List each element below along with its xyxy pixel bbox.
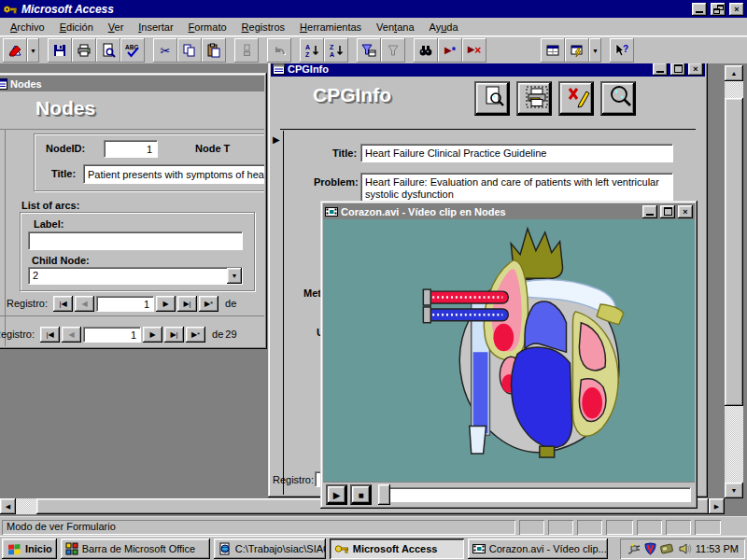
nav-next-button[interactable]: ▶ <box>156 296 176 312</box>
subform-record-number-field[interactable]: 1 <box>96 296 154 312</box>
restore-button[interactable] <box>711 3 726 16</box>
status-panel <box>519 520 544 535</box>
new-object-dropdown[interactable]: ▼ <box>589 38 601 63</box>
database-window-button[interactable] <box>541 38 565 63</box>
scrollbar-track[interactable] <box>725 81 743 98</box>
cpginfo-close-button[interactable]: × <box>688 63 703 76</box>
nav-prev-button[interactable]: ◀ <box>62 327 81 343</box>
nav-last-button[interactable]: ▶| <box>164 327 184 343</box>
taskbar-item-access[interactable]: Microsoft Access <box>330 539 464 559</box>
mdi-vertical-scrollbar[interactable]: ▲ ▼ <box>725 65 743 498</box>
sort-ascending-button[interactable]: AZ <box>300 38 324 63</box>
status-panel <box>548 520 573 535</box>
print-form-button[interactable] <box>516 81 552 116</box>
new-object-button[interactable] <box>565 38 589 63</box>
title-field[interactable]: Heart Failure Clinical Practice Guidelin… <box>360 144 673 162</box>
child-node-combobox[interactable]: 2 <box>28 267 243 285</box>
new-record-button[interactable]: ▶* <box>438 38 462 63</box>
format-painter-button[interactable] <box>234 38 259 63</box>
nodes-header-label: Nodes <box>35 97 95 119</box>
print-preview-form-button[interactable] <box>474 81 510 116</box>
nav-next-button[interactable]: ▶ <box>143 327 162 343</box>
cut-button[interactable]: ✂ <box>153 38 177 63</box>
menu-formato[interactable]: Formato <box>181 19 234 35</box>
apply-filter-button[interactable] <box>381 38 405 63</box>
cpginfo-minimize-button[interactable] <box>653 63 668 76</box>
help-button[interactable]: ? <box>610 38 634 63</box>
delete-form-button[interactable] <box>558 81 594 116</box>
power-plug-icon[interactable] <box>627 542 641 555</box>
taskbar-item-label: Barra de Microsoft Office <box>82 543 195 554</box>
taskbar-item-video[interactable]: Corazon.avi - Vídeo clip... <box>468 539 608 559</box>
arcs-group-box: Label: Child Node: 2 ▼ <box>20 212 255 291</box>
arc-label-field[interactable] <box>28 231 243 250</box>
video-maximize-button[interactable] <box>660 205 675 218</box>
menu-herramientas[interactable]: Herramientas <box>292 19 369 35</box>
stop-button[interactable]: ■ <box>350 484 372 505</box>
delete-record-button[interactable]: ▶× <box>462 38 486 63</box>
video-minimize-button[interactable] <box>642 205 657 218</box>
scrollbar-thumb[interactable] <box>725 98 743 406</box>
nav-prev-button[interactable]: ◀ <box>75 296 94 312</box>
start-button[interactable]: Inicio <box>2 539 57 559</box>
video-title-bar[interactable]: Corazon.avi - Vídeo clip en Nodes × <box>323 203 695 219</box>
cpginfo-title-bar[interactable]: CPGInfo × <box>271 63 705 77</box>
video-seek-thumb[interactable] <box>378 484 390 505</box>
menu-ver[interactable]: Ver <box>101 19 132 35</box>
nodes-title-bar[interactable]: Nodes <box>0 76 264 91</box>
pc-card-icon[interactable] <box>660 543 674 554</box>
filter-by-form-button[interactable] <box>357 38 381 63</box>
print-preview-button[interactable] <box>96 38 120 63</box>
menu-insertar[interactable]: Insertar <box>131 19 180 35</box>
nav-new-button[interactable]: ▶* <box>186 327 205 343</box>
taskbar: Inicio Barra de Microsoft Office C:\Trab… <box>0 536 747 560</box>
nav-first-button[interactable]: |◀ <box>40 327 60 343</box>
menu-registros[interactable]: Registros <box>234 19 292 35</box>
menu-ayuda[interactable]: Ayuda <box>422 19 466 35</box>
scroll-right-button[interactable]: ▶ <box>709 498 725 514</box>
child-node-dropdown-button[interactable]: ▼ <box>227 268 242 284</box>
scrollbar-track[interactable] <box>725 406 743 483</box>
nav-last-button[interactable]: ▶| <box>177 296 197 312</box>
header-divider <box>0 129 264 130</box>
nav-new-button[interactable]: ▶* <box>199 296 218 312</box>
nav-first-button[interactable]: |◀ <box>53 296 73 312</box>
scrollbar-track[interactable] <box>16 498 36 514</box>
close-button[interactable]: × <box>729 3 744 16</box>
sort-descending-button[interactable]: ZA <box>324 38 348 63</box>
print-button[interactable] <box>72 38 96 63</box>
title-field[interactable]: Patient presents with symptoms of hear <box>83 164 264 184</box>
undo-button[interactable] <box>267 38 291 63</box>
video-close-button[interactable]: × <box>678 205 693 218</box>
form-view-button[interactable] <box>3 38 27 63</box>
subform-navigator: Registro: |◀ ◀ 1 ▶ ▶| ▶* de <box>7 294 264 313</box>
save-button[interactable] <box>48 38 72 63</box>
status-bar: Modo de ver Formulario <box>0 516 747 536</box>
paste-button[interactable] <box>202 38 226 63</box>
search-form-button[interactable] <box>600 81 636 116</box>
menu-ventana[interactable]: Ventana <box>369 19 421 35</box>
copy-button[interactable] <box>177 38 202 63</box>
taskbar-item-folder[interactable]: C:\Trabajo\siac\SIAC_... <box>214 539 326 559</box>
sort-descending-icon: ZA <box>329 43 344 58</box>
spelling-button[interactable]: ABC <box>120 38 145 63</box>
access-key-icon <box>3 3 18 16</box>
menu-archivo[interactable]: Archivo <box>3 19 52 35</box>
nodeid-field[interactable]: 1 <box>104 140 158 158</box>
nodes-record-number-field[interactable]: 1 <box>83 327 141 343</box>
cpginfo-nav-label: Registro: <box>273 474 314 485</box>
scroll-down-button[interactable]: ▼ <box>725 483 743 498</box>
menu-edicion[interactable]: Edición <box>52 19 101 35</box>
video-seek-track[interactable] <box>381 487 691 502</box>
scroll-left-button[interactable]: ◀ <box>0 498 16 514</box>
cpginfo-maximize-button[interactable] <box>670 63 685 76</box>
nodes-nav-label: Registro: <box>0 329 35 340</box>
find-button[interactable] <box>414 38 438 63</box>
form-view-dropdown[interactable]: ▼ <box>27 38 39 63</box>
play-button[interactable]: ▶ <box>326 484 347 505</box>
scroll-up-button[interactable]: ▲ <box>725 65 743 81</box>
taskbar-item-office[interactable]: Barra de Microsoft Office <box>61 539 210 559</box>
antivirus-shield-icon[interactable] <box>644 542 656 555</box>
speaker-icon[interactable] <box>678 542 692 555</box>
minimize-button[interactable] <box>692 3 707 16</box>
